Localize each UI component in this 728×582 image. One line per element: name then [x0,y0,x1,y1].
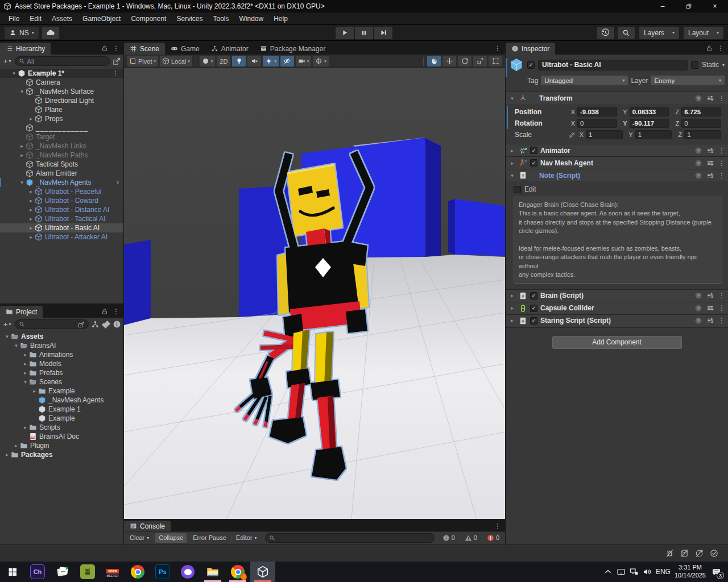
kebab-menu-icon[interactable]: ⋮ [718,317,725,325]
hierarchy-item[interactable]: Camera [0,78,123,87]
foldout-icon[interactable]: ▸ [27,234,35,240]
project-item[interactable]: ▾Scenes [0,377,123,386]
position-z-field[interactable]: 6.725 [681,107,721,117]
lock-icon[interactable] [706,45,713,52]
foldout-icon[interactable]: ▸ [508,148,516,153]
restore-button[interactable] [676,0,702,13]
position-y-field[interactable]: 0.08333 [630,107,669,117]
kebab-menu-icon[interactable]: ⋮ [718,147,725,155]
hierarchy-item[interactable]: ▸_NavMesh Links [0,142,123,151]
warning-count-toggle[interactable]: 0 [461,534,481,542]
error-count-toggle[interactable]: 0 [483,534,503,542]
kebab-menu-icon[interactable]: ⋮ [718,292,725,300]
gizmos-dropdown[interactable]: ▾ [313,56,329,66]
menu-assets[interactable]: Assets [47,13,77,25]
help-icon[interactable] [694,159,702,167]
presets-icon[interactable] [706,147,714,155]
chevron-down-icon[interactable]: ▾ [722,63,725,68]
tab-inspector[interactable]: Inspector [506,43,555,55]
menu-services[interactable]: Services [171,13,208,25]
foldout-icon[interactable]: ▾ [508,173,516,178]
foldout-icon[interactable]: ▸ [31,388,38,394]
hierarchy-item[interactable]: Target [0,132,123,142]
tag-dropdown[interactable]: Untagged▾ [541,76,628,85]
camera-settings-dropdown[interactable]: ▾ [296,56,312,66]
presets-icon[interactable] [706,317,714,325]
help-icon[interactable] [694,317,702,325]
foldout-icon[interactable]: ▸ [508,160,516,166]
open-new-window-icon[interactable] [78,321,85,328]
console-search-input[interactable] [265,533,435,543]
capsulecollider-component-header[interactable]: ▸ ✓ Capsule Collider ⋮ [506,302,728,314]
network-icon[interactable] [630,567,639,576]
foldout-icon[interactable]: ▾ [18,89,26,94]
enabled-checkbox[interactable]: ✓ [530,305,537,312]
play-button[interactable] [336,27,354,39]
help-icon[interactable] [694,172,702,180]
staringscript-component-header[interactable]: ▸ ✓ Staring Script (Script) ⋮ [506,314,728,327]
hand-tool[interactable] [427,56,441,66]
presets-icon[interactable] [706,159,714,167]
foldout-icon[interactable]: ▾ [10,70,18,76]
draw-mode-dropdown[interactable]: ▾ [200,56,216,66]
help-icon[interactable] [694,94,702,102]
local-toggle[interactable]: Local▾ [160,56,192,66]
foldout-icon[interactable]: ▾ [22,379,29,385]
kebab-menu-icon[interactable]: ⋮ [718,172,725,180]
lock-icon[interactable] [101,45,108,52]
menu-tools[interactable]: Tools [208,13,234,25]
tab-scene[interactable]: Scene [124,43,165,55]
taskbar-clock[interactable]: 3:31 PM 10/14/2025 [675,564,706,580]
kebab-menu-icon[interactable]: ⋮ [718,159,725,167]
hierarchy-item[interactable]: ▸Ultrabot - Tactical AI [0,214,123,223]
layers-dropdown[interactable]: Layers▾ [639,27,679,39]
project-item[interactable]: ▸Prefabs [0,368,123,377]
prefab-open-arrow-icon[interactable]: › [117,178,123,186]
cloud-button[interactable] [42,27,59,39]
project-item[interactable]: ▸Example [0,386,123,396]
help-icon[interactable] [694,292,702,300]
pause-button[interactable] [355,27,373,39]
search-by-type-icon[interactable] [91,320,100,329]
brain-component-header[interactable]: ▸ ✓ Brain (Script) ⋮ [506,289,728,302]
project-item[interactable]: ▸Models [0,359,123,368]
foldout-icon[interactable]: ▾ [13,343,20,348]
hierarchy-item[interactable]: ▸Ultrabot - Coward [0,196,123,205]
foldout-icon[interactable]: ▸ [27,216,35,222]
hierarchy-item-selected[interactable]: ▸Ultrabot - Basic AI [0,223,123,232]
kebab-menu-icon[interactable]: ⋮ [718,304,725,312]
taskbar-cards-app[interactable] [50,562,75,582]
clear-button[interactable]: Clear▾ [126,533,152,543]
constrain-proportions-off-icon[interactable] [568,131,576,139]
lighting-toggle[interactable] [232,56,246,66]
tab-hierarchy[interactable]: Hierarchy [0,43,51,55]
rotation-x-field[interactable]: 0 [577,119,617,128]
project-item[interactable]: _NavMesh Agents [0,396,123,405]
error-pause-button[interactable]: Error Pause [189,533,230,543]
audio-toggle[interactable] [247,56,261,66]
tab-console[interactable]: Console [124,521,171,531]
foldout-icon[interactable]: ▸ [3,452,11,458]
rect-tool[interactable] [489,56,502,66]
taskbar-character-animator[interactable]: Ch [25,562,50,582]
taskbar-photoshop[interactable]: Ps [150,562,175,582]
close-button[interactable]: × [702,0,728,13]
tab-project[interactable]: Project [0,306,43,318]
presets-icon[interactable] [706,94,714,102]
edit-checkbox[interactable] [514,186,521,193]
global-search-button[interactable] [618,27,635,39]
help-icon[interactable] [694,304,702,312]
project-search-input[interactable] [15,319,89,329]
menu-window[interactable]: Window [234,13,268,25]
foldout-icon[interactable]: ▸ [18,143,26,149]
menu-edit[interactable]: Edit [24,13,47,25]
hidden-objects-toggle[interactable] [280,56,294,66]
position-x-field[interactable]: -9.038 [577,107,617,117]
taskbar-voicemeeter[interactable]: VOICEMEETER [100,562,125,582]
rotation-y-field[interactable]: -90.117 [630,119,669,128]
enabled-checkbox[interactable]: ✓ [530,292,537,300]
project-item[interactable]: ▸Plugin [0,441,123,450]
account-dropdown[interactable]: NS ▾ [5,27,39,39]
collapse-button[interactable]: Collapse [155,533,187,543]
presets-icon[interactable] [706,304,714,312]
